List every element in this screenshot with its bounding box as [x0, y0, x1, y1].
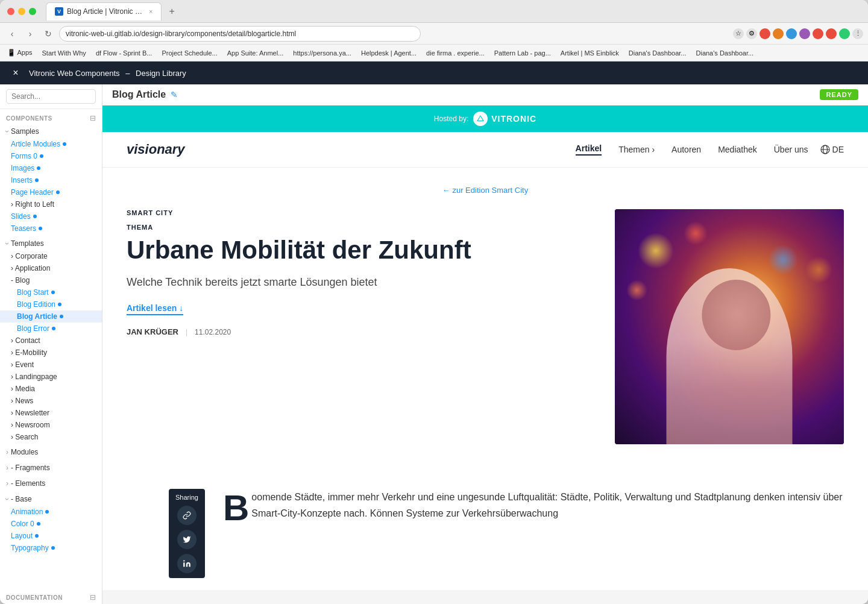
blog-article-dot — [60, 315, 63, 318]
sidebar-item-blog[interactable]: - Blog — [0, 274, 102, 286]
sidebar-item-right-to-left[interactable]: › Right to Left — [0, 198, 102, 210]
bookmark-app-suite[interactable]: App Suite: Anmel... — [225, 48, 286, 58]
sidebar-item-page-header[interactable]: Page Header — [0, 186, 102, 198]
extensions-icon[interactable]: ⚙ — [746, 28, 757, 39]
bookmark-diana2[interactable]: Diana's Dashboar... — [694, 48, 756, 58]
ext1-icon[interactable] — [760, 28, 770, 39]
components-icon[interactable]: ⊟ — [90, 114, 96, 122]
ext5-icon[interactable] — [813, 28, 823, 39]
sidebar-item-blog-article[interactable]: Blog Article — [0, 310, 102, 322]
bookmark-icon[interactable]: ☆ — [733, 28, 744, 39]
elements-group-header[interactable]: - Elements — [0, 477, 102, 490]
sidebar-item-search[interactable]: › Search — [0, 431, 102, 443]
meta-divider: | — [186, 328, 187, 336]
sidebar-item-newsroom[interactable]: › Newsroom — [0, 419, 102, 431]
edit-icon[interactable]: ✎ — [171, 90, 178, 99]
bookmark-project-schedule[interactable]: Project Schedule... — [159, 48, 219, 58]
bookmark-helpdesk[interactable]: Helpdesk | Agent... — [359, 48, 419, 58]
sidebar-item-news[interactable]: › News — [0, 395, 102, 407]
sidebar-item-landingpage[interactable]: › Landingpage — [0, 371, 102, 383]
sidebar-item-event[interactable]: › Event — [0, 359, 102, 371]
ext6-icon[interactable] — [826, 28, 837, 39]
bookmark-pattern-lab[interactable]: Pattern Lab - pag... — [492, 48, 553, 58]
sidebar-item-media[interactable]: › Media — [0, 383, 102, 395]
bookmark-die-firma[interactable]: die firma . experie... — [424, 48, 487, 58]
nav-link-ueber-uns[interactable]: Über uns — [774, 145, 808, 154]
refresh-button[interactable]: ↻ — [41, 27, 55, 41]
nav-link-artikel[interactable]: Artikel — [576, 143, 602, 156]
fragments-group-header[interactable]: - Fragments — [0, 461, 102, 474]
sidebar-item-forms[interactable]: Forms 0 — [0, 150, 102, 162]
ext4-icon[interactable] — [799, 28, 810, 39]
sidebar-item-animation[interactable]: Animation — [0, 506, 102, 518]
ext2-icon[interactable] — [773, 28, 784, 39]
sidebar-item-typography[interactable]: Typography — [0, 542, 102, 554]
nav-globe[interactable]: DE — [820, 145, 844, 154]
svg-point-5 — [183, 560, 184, 561]
vitronic-logo-text: VITRONIC — [491, 114, 536, 124]
preview-frame[interactable]: Hosted by: VITRONIC — [102, 105, 868, 604]
minimize-traffic-light[interactable] — [18, 8, 25, 15]
sidebar-item-teasers[interactable]: Teasers — [0, 222, 102, 234]
sidebar-item-application[interactable]: › Application — [0, 262, 102, 274]
bookmark-df-flow[interactable]: df Flow - Sprint B... — [93, 48, 155, 58]
twitter-share-icon[interactable] — [177, 530, 197, 549]
close-traffic-light[interactable] — [7, 8, 14, 15]
url-bar[interactable]: vitronic-web-ui.gitlab.io/design-library… — [59, 26, 421, 42]
bookmark-diana1[interactable]: Diana's Dashboar... — [626, 48, 689, 58]
sidebar-item-article-modules[interactable]: Article Modules — [0, 138, 102, 150]
back-link[interactable]: ← zur Edition Smart City — [127, 186, 844, 195]
inserts-dot — [35, 178, 39, 182]
sidebar-item-inserts[interactable]: Inserts — [0, 174, 102, 186]
samples-group-header[interactable]: Samples — [0, 125, 102, 138]
sidebar-item-e-mobility[interactable]: › E-Mobility — [0, 347, 102, 359]
article-hero: SMART CITY THEMA Urbane Mobilität der Zu… — [127, 209, 844, 444]
maximize-traffic-light[interactable] — [29, 8, 36, 15]
sidebar-item-corporate[interactable]: › Corporate — [0, 250, 102, 262]
article-cta[interactable]: Artikel lesen ↓ — [127, 303, 183, 315]
tab-close-button[interactable]: × — [149, 8, 153, 15]
elements-group: - Elements — [0, 477, 102, 490]
ext3-icon[interactable] — [786, 28, 797, 39]
vitronic-logo-icon — [473, 112, 488, 126]
forward-button[interactable]: › — [23, 27, 37, 41]
active-tab[interactable]: V Blog Article | Vitronic Web Co... × — [46, 2, 162, 20]
sidebar-item-slides[interactable]: Slides — [0, 210, 102, 222]
search-input[interactable] — [6, 89, 96, 104]
bookmark-start-with-why[interactable]: Start With Why — [40, 48, 89, 58]
bookmark-artikel[interactable]: Artikel | MS Einblick — [558, 48, 621, 58]
title-bar: V Blog Article | Vitronic Web Co... × + — [0, 0, 868, 23]
app-close-button[interactable]: × — [10, 67, 22, 79]
nav-link-themen[interactable]: Themen › — [618, 145, 655, 154]
sidebar-item-layout[interactable]: Layout — [0, 530, 102, 542]
article-title: Urbane Mobilität der Zukunft — [127, 236, 591, 265]
main-layout: COMPONENTS ⊟ Samples Article Modules For… — [0, 84, 868, 604]
documentation-label: DOCUMENTATION — [6, 594, 63, 601]
new-tab-button[interactable]: + — [164, 6, 179, 17]
sidebar-item-images[interactable]: Images — [0, 162, 102, 174]
sidebar-item-color[interactable]: Color 0 — [0, 518, 102, 530]
base-group-header[interactable]: - Base — [0, 492, 102, 506]
profile-icon[interactable] — [839, 28, 850, 39]
modules-group-header[interactable]: Modules — [0, 445, 102, 459]
linkedin-share-icon[interactable] — [177, 554, 197, 573]
tab-title: Blog Article | Vitronic Web Co... — [67, 7, 145, 16]
bookmark-apps[interactable]: 📱 Apps — [5, 48, 35, 58]
sidebar-item-blog-error[interactable]: Blog Error — [0, 322, 102, 335]
link-share-icon[interactable] — [177, 506, 197, 525]
bookmark-persona[interactable]: https://persona.ya... — [291, 48, 354, 58]
documentation-section: DOCUMENTATION ⊟ — [0, 588, 102, 604]
sidebar-item-blog-edition[interactable]: Blog Edition — [0, 298, 102, 310]
documentation-icon[interactable]: ⊟ — [90, 593, 96, 602]
layout-dot — [35, 534, 39, 538]
nav-link-autoren[interactable]: Autoren — [671, 145, 701, 154]
sidebar-item-newsletter[interactable]: › Newsletter — [0, 407, 102, 419]
sidebar-item-blog-start[interactable]: Blog Start — [0, 286, 102, 298]
sidebar-item-contact[interactable]: › Contact — [0, 335, 102, 347]
site-logo: visionary — [127, 142, 185, 157]
back-button[interactable]: ‹ — [5, 27, 19, 41]
templates-group-header[interactable]: Templates — [0, 237, 102, 250]
url-text: vitronic-web-ui.gitlab.io/design-library… — [66, 30, 296, 38]
nav-link-mediathek[interactable]: Mediathek — [718, 145, 757, 154]
menu-icon[interactable]: ⋮ — [852, 28, 863, 39]
